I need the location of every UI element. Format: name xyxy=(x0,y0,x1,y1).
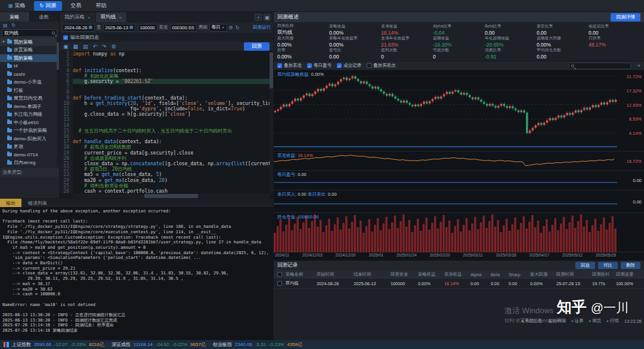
close-icon[interactable]: × xyxy=(637,63,640,69)
stat-label: 策略收益 xyxy=(329,23,381,29)
strategy-search-input[interactable]: 双均线 xyxy=(2,29,57,37)
checkbox-icon[interactable]: ✓ xyxy=(307,63,312,68)
undo-icon[interactable]: ↶ xyxy=(93,44,98,50)
tree-item[interactable]: 日内airreg xyxy=(0,159,59,167)
records-col-header: 策略名称 xyxy=(286,271,317,277)
index-value: 2340.06 xyxy=(235,342,252,347)
tree-root[interactable]: ▼我的策略 xyxy=(0,38,59,46)
strip-title: 持仓市值: 100000.00 xyxy=(277,214,319,220)
tree-scrollbar[interactable] xyxy=(57,38,59,166)
close-icon[interactable]: × xyxy=(88,15,91,20)
run-backtest-button[interactable]: 回测 xyxy=(244,42,270,51)
tree-item-label: 中小板etf10 xyxy=(14,119,39,126)
refresh-icon[interactable]: ↻ xyxy=(12,23,16,28)
tree-item[interactable]: 长江电力网格 xyxy=(0,110,59,119)
menu-item-trade[interactable]: 交易 xyxy=(64,1,87,11)
code-text: def initialize(context): xyxy=(73,68,142,73)
search-icon xyxy=(571,64,574,67)
checkbox-icon[interactable]: ✓ xyxy=(337,63,342,68)
records-button[interactable]: 对比 xyxy=(598,262,618,269)
new-strategy-icon[interactable]: ▤ xyxy=(3,23,8,28)
start-date-value: 2024-08-26 xyxy=(64,25,87,30)
file-tab[interactable]: 双均线× xyxy=(96,13,127,22)
tree-item[interactable]: 打板 xyxy=(0,87,59,95)
file-tab[interactable]: 我的策略× xyxy=(60,13,96,22)
menu-item-backtest[interactable]: ↻回测 xyxy=(34,1,63,11)
chart-overlay-toggle[interactable]: ✓叠加基准 xyxy=(277,63,302,69)
tree-item-label: demo-拟抱买入 xyxy=(14,135,47,142)
sidebar-tab[interactable]: 策略 xyxy=(0,12,30,21)
console-output[interactable]: During handling of the above exception, … xyxy=(0,207,273,341)
tree-item[interactable]: demo-小市值 xyxy=(0,78,59,87)
tree-item[interactable]: 设置策略 xyxy=(0,46,59,54)
records-row[interactable]: 双均线2024-08-262025-06-131000000.00%16.14%… xyxy=(274,279,644,289)
checkbox-icon[interactable] xyxy=(367,63,371,68)
chart-strip-benchmark-return[interactable]: 基准收益: 16.14% 15.72% xyxy=(274,152,644,171)
editor-horizontal-scrollbar[interactable] xyxy=(73,194,270,198)
tab-list-icon[interactable]: ▣ xyxy=(264,14,271,21)
menu-item-help[interactable]: 帮助 xyxy=(89,1,112,11)
row-checkbox[interactable] xyxy=(277,281,282,286)
settings-icon[interactable]: ⚙ xyxy=(112,44,116,50)
status-item[interactable]: ●期货 xyxy=(589,318,602,324)
chart-search-input[interactable] xyxy=(569,63,631,69)
chart-overlay-toggle[interactable]: ✓每日盈亏 xyxy=(307,63,332,69)
chart-strip-daily-trades[interactable]: 单日买入: 0.00 单日卖出: 0.00 0.00 xyxy=(274,190,644,213)
checkbox-icon[interactable]: ✓ xyxy=(277,63,282,68)
tree-item[interactable]: 更改 xyxy=(0,143,59,151)
console-tab[interactable]: 输出 xyxy=(0,199,21,207)
backtest-details-button[interactable]: 回测详情 xyxy=(611,13,640,21)
save-icon[interactable]: ▣ xyxy=(63,44,69,50)
records-cell: 19.77s xyxy=(592,281,616,286)
tree-item[interactable]: t4 xyxy=(0,62,59,70)
stat: 基准年化收益率21.63% xyxy=(381,35,433,47)
end-date-input[interactable]: 2025-06-13 ▦ xyxy=(103,24,136,32)
save-all-icon[interactable]: ▦ xyxy=(73,44,79,50)
period-select[interactable]: 每日 ▼ xyxy=(209,24,227,32)
start-date-input[interactable]: 2024-08-26 ▦ xyxy=(62,24,95,32)
tree-item[interactable]: demo-单因子 xyxy=(0,103,59,111)
tree-item[interactable]: 聚宽日内交易 xyxy=(0,94,59,103)
tree-item[interactable]: ceshi xyxy=(0,70,59,79)
chart-strip-daily-pnl[interactable]: 每日盈亏: 0.00 0.00 xyxy=(274,171,644,190)
records-button[interactable]: 回放 xyxy=(575,262,595,269)
caret-down-icon: ▼ xyxy=(2,40,5,44)
tree-item[interactable]: 一个抄底的策略 xyxy=(0,126,59,135)
close-icon[interactable]: × xyxy=(119,15,122,20)
menu-item-strategy[interactable]: ▦策略 xyxy=(2,1,32,11)
code-editor[interactable]: 1import numpy as np2 3 4def initialize(c… xyxy=(60,51,273,194)
tree-item[interactable]: demo-拟抱买入 xyxy=(0,135,59,143)
tree-item[interactable]: 中小板etf10 xyxy=(0,119,59,127)
candlestick-chart[interactable]: 双均线策略收益: 0.00% 21.72%17.32%12.93%8.53%4.… xyxy=(274,70,644,152)
period-value: 每日 xyxy=(212,24,221,30)
status-item[interactable]: ●行情 xyxy=(606,318,619,324)
chart-overlay-toggle[interactable]: ✓成交记录 xyxy=(337,63,361,69)
select-all-checkbox[interactable] xyxy=(277,272,282,277)
records-button[interactable]: 删除 xyxy=(621,262,640,269)
benchmark-input[interactable]: 000300.SS xyxy=(170,24,197,32)
status-item[interactable]: ●证券 xyxy=(571,318,584,324)
status-item[interactable]: ●系统公告 xyxy=(521,318,543,324)
sidebar-tab[interactable]: 函数 xyxy=(30,12,60,21)
console-tab[interactable]: 错误列表 xyxy=(22,199,53,207)
index-amount: 4359亿 xyxy=(287,341,302,348)
stat-label: 亏损次数 xyxy=(433,48,485,54)
settings-icon[interactable]: ⚙ xyxy=(229,25,233,30)
run-backtest-link[interactable]: 回测运行 xyxy=(253,24,271,30)
log-checkbox[interactable]: ✓ xyxy=(63,35,68,40)
records-table-header: 策略名称开始时间结束时间回测资金策略收益基准收益AlphaBetaSharp最大… xyxy=(274,270,644,279)
status-item[interactable]: 13:22:26 xyxy=(624,319,642,324)
status-item[interactable]: 监控明细 xyxy=(548,318,566,324)
format-icon[interactable]: ▤ xyxy=(83,44,88,50)
redo-icon[interactable]: ↷ xyxy=(102,44,107,50)
stat-label: Beta比率 xyxy=(485,23,537,29)
status-dot-icon: ● xyxy=(571,319,574,323)
add-tab-icon[interactable]: + xyxy=(255,14,262,21)
chart-overlay-toggle[interactable]: 叠加买卖点 xyxy=(367,63,396,69)
tree-item[interactable]: 我的策略 xyxy=(0,54,59,63)
chart-strip-position-value[interactable]: 持仓市值: 100000.00 xyxy=(274,213,644,252)
capital-input[interactable]: 100000 xyxy=(138,24,157,32)
tree-item[interactable]: demo-0714 xyxy=(0,151,59,159)
refresh-icon[interactable]: ↻ xyxy=(236,25,240,30)
menu-label: 交易 xyxy=(70,2,81,10)
